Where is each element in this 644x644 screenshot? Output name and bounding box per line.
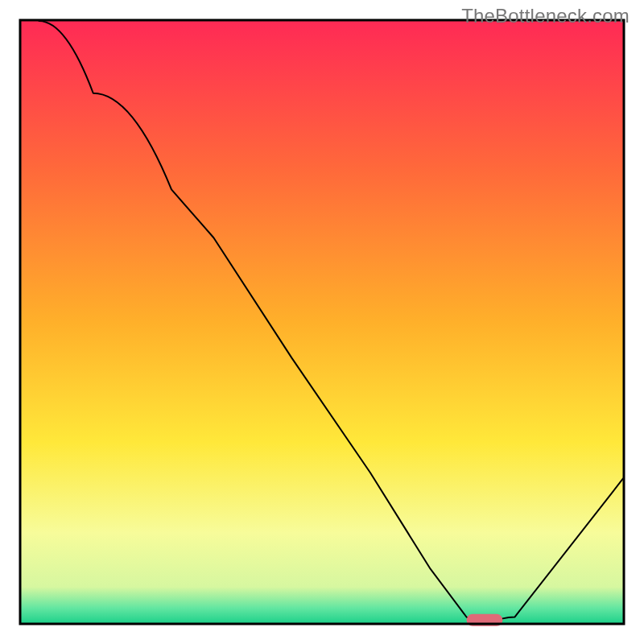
bottleneck-chart (0, 0, 644, 644)
plot-gradient-bg (21, 21, 623, 623)
chart-container: TheBottleneck.com (0, 0, 644, 644)
watermark-text: TheBottleneck.com (461, 5, 630, 27)
